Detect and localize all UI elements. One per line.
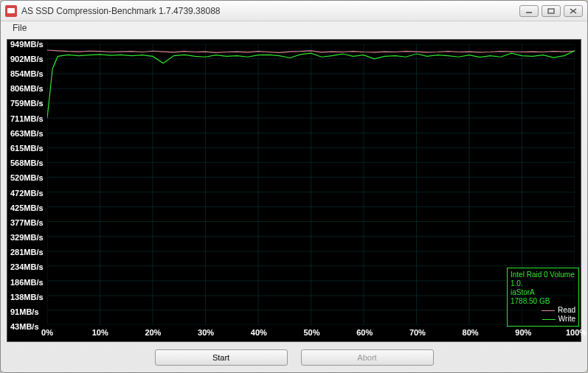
y-tick-label: 949MB/s xyxy=(10,40,44,49)
x-tick-label: 80% xyxy=(463,328,479,337)
titlebar: AS SSD Compression-Benchmark 1.7.4739.38… xyxy=(1,1,587,21)
window-title: AS SSD Compression-Benchmark 1.7.4739.38… xyxy=(21,6,519,16)
y-tick-label: 186MB/s xyxy=(10,278,44,287)
x-tick-label: 50% xyxy=(303,328,319,337)
maximize-button[interactable] xyxy=(542,5,561,17)
chart-area: 949MB/s902MB/s854MB/s806MB/s759MB/s711MB… xyxy=(7,39,581,342)
legend-box: Intel Raid 0 Volume 1.0. iaStorA 1788.50… xyxy=(507,268,579,327)
legend-write-swatch xyxy=(542,319,556,320)
x-tick-label: 0% xyxy=(41,328,53,337)
x-axis: 0%10%20%30%40%50%60%70%80%90%100% xyxy=(47,328,575,340)
legend-driver: iaStorA xyxy=(511,288,575,297)
y-tick-label: 854MB/s xyxy=(10,69,44,78)
y-tick-label: 902MB/s xyxy=(10,55,44,63)
y-axis: 949MB/s902MB/s854MB/s806MB/s759MB/s711MB… xyxy=(7,40,47,341)
x-tick-label: 60% xyxy=(356,328,373,337)
y-tick-label: 377MB/s xyxy=(10,218,44,227)
x-tick-label: 20% xyxy=(145,328,161,337)
legend-capacity: 1788.50 GB xyxy=(511,297,575,306)
app-window: AS SSD Compression-Benchmark 1.7.4739.38… xyxy=(0,0,588,373)
x-tick-label: 70% xyxy=(409,328,426,337)
y-tick-label: 91MB/s xyxy=(10,307,39,316)
y-tick-label: 138MB/s xyxy=(10,293,44,301)
y-tick-label: 281MB/s xyxy=(10,248,44,257)
close-button[interactable] xyxy=(564,5,583,17)
plot-region xyxy=(47,44,575,325)
start-button[interactable]: Start xyxy=(155,349,288,366)
y-tick-label: 234MB/s xyxy=(10,262,44,271)
menu-file[interactable]: File xyxy=(8,21,31,35)
legend-write: Write xyxy=(511,315,575,324)
y-tick-label: 711MB/s xyxy=(10,114,44,123)
x-tick-label: 40% xyxy=(251,328,267,337)
y-tick-label: 568MB/s xyxy=(10,158,44,167)
legend-read-swatch xyxy=(542,310,555,311)
button-bar: Start Abort xyxy=(1,347,587,368)
x-tick-label: 30% xyxy=(198,328,214,337)
app-icon xyxy=(5,5,17,17)
y-tick-label: 759MB/s xyxy=(10,99,44,108)
legend-read: Read xyxy=(511,306,575,315)
y-tick-label: 520MB/s xyxy=(10,173,44,182)
window-controls xyxy=(519,5,583,17)
y-tick-label: 329MB/s xyxy=(10,233,44,242)
y-tick-label: 43MB/s xyxy=(10,322,39,331)
legend-device: Intel Raid 0 Volume 1.0. xyxy=(511,271,575,288)
y-tick-label: 806MB/s xyxy=(10,84,44,93)
x-tick-label: 100% xyxy=(566,328,587,337)
abort-button[interactable]: Abort xyxy=(301,349,434,366)
y-tick-label: 472MB/s xyxy=(10,189,44,198)
menubar: File xyxy=(1,21,587,36)
y-tick-label: 615MB/s xyxy=(10,144,44,153)
svg-rect-1 xyxy=(548,9,554,13)
x-tick-label: 10% xyxy=(92,328,108,337)
x-tick-label: 90% xyxy=(515,328,531,337)
minimize-button[interactable] xyxy=(519,5,539,17)
y-tick-label: 663MB/s xyxy=(10,129,44,138)
y-tick-label: 425MB/s xyxy=(10,203,44,212)
